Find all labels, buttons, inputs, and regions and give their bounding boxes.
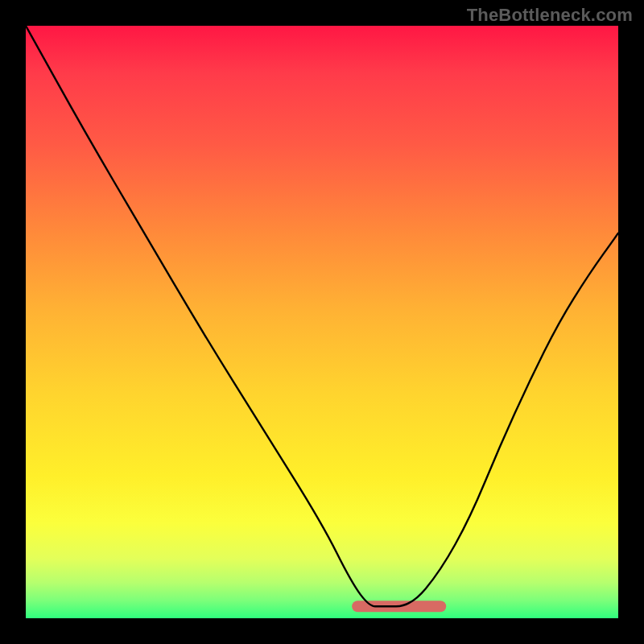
chart-frame: TheBottleneck.com [0,0,644,644]
plot-area [26,26,618,618]
bottleneck-curve [26,26,618,606]
attribution-text: TheBottleneck.com [467,5,633,26]
curve-layer [26,26,618,618]
